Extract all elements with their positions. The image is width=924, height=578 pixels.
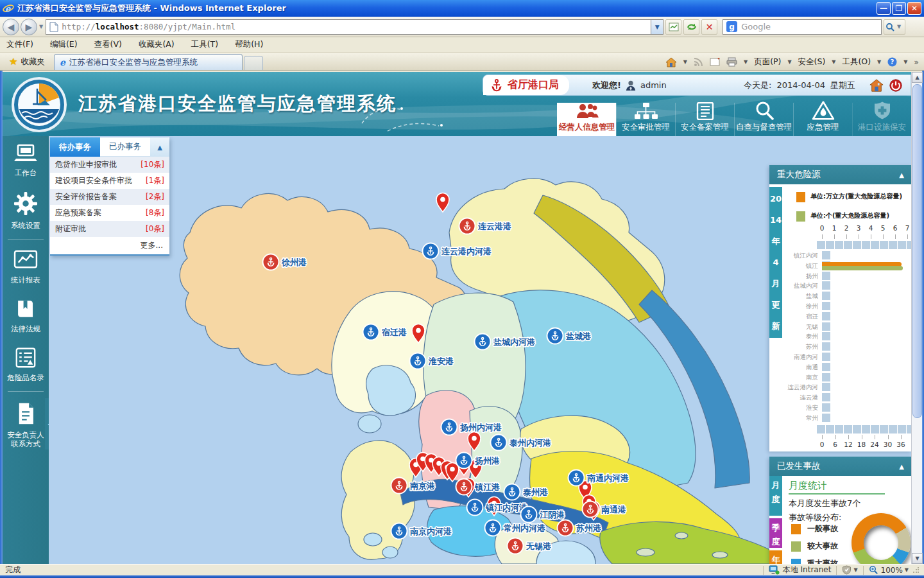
task-row[interactable]: 危货作业申报审批[10条]: [50, 157, 169, 173]
svg-text:?: ?: [891, 58, 894, 66]
history-dropdown-icon[interactable]: ▼: [39, 24, 43, 30]
command-tools[interactable]: 工具(O): [842, 57, 871, 67]
overflow-chevron-icon[interactable]: »: [914, 57, 919, 67]
port-label: 无锡港: [526, 541, 551, 551]
command-page[interactable]: 页面(P): [754, 57, 781, 67]
nav-sitemap[interactable]: 安全审批管理: [616, 103, 675, 137]
status-zone: 本地 Intranet: [783, 565, 832, 575]
accident-legend-item: 重大事故: [791, 558, 838, 564]
stop-button[interactable]: ✕: [701, 19, 717, 35]
sidebar-item-chart[interactable]: 统计报表: [3, 242, 49, 291]
url-dropdown-button[interactable]: ▼: [651, 19, 663, 35]
sidebar-item-contact[interactable]: 安全负责人联系方式: [3, 394, 49, 455]
hazard-chart: 2014年4月更新 单位:万立方(重大危险源总容量) 单位:个(重大危险源总容量…: [769, 184, 912, 451]
window-title: 江苏省港口安全监管与应急管理系统 - Windows Internet Expl…: [17, 3, 286, 14]
favorites-button[interactable]: ★ 收藏夹: [3, 54, 51, 69]
accident-panel-title: 已发生事故: [777, 460, 821, 472]
command-bar: ▼ ▼ 页面(P)▼ 安全(S)▼ 工具(O)▼ ?▼ »: [665, 57, 924, 70]
nav-magnifier[interactable]: 自查与督查管理: [734, 103, 793, 137]
hazard-collapse-icon[interactable]: ▲: [899, 171, 904, 179]
tasks-more-link[interactable]: 更多...: [50, 237, 169, 254]
accident-legend-item: 一般事故: [791, 523, 838, 534]
forward-button[interactable]: ▶: [21, 19, 37, 35]
tasks-collapse-icon[interactable]: ▲: [150, 137, 169, 157]
search-input[interactable]: g Google: [723, 19, 882, 35]
menu-item-4[interactable]: 工具(T): [191, 39, 218, 50]
hazard-panel-title: 重大危险源: [777, 169, 821, 180]
accident-heading-underline: [789, 493, 885, 495]
axis-tick-label: 0: [816, 441, 828, 448]
tasks-panel: 待办事务 已办事务 ▲ 危货作业申报审批[10条]建设项目安全条件审批[1条]安…: [50, 137, 169, 256]
protected-mode-icon[interactable]: [842, 565, 851, 575]
close-button[interactable]: ✕: [907, 2, 921, 15]
rss-icon[interactable]: [694, 57, 703, 67]
axis-tick-label: 0: [816, 224, 828, 232]
menu-item-1[interactable]: 编辑(E): [50, 39, 78, 50]
logout-icon[interactable]: [889, 78, 903, 92]
sidebar-item-gear[interactable]: 系统设置: [3, 184, 49, 236]
command-safety[interactable]: 安全(S): [798, 57, 826, 67]
hazard-category-label: 南京: [772, 374, 818, 382]
accident-tab-2[interactable]: 年度: [769, 550, 782, 564]
print-icon[interactable]: [726, 57, 737, 67]
sidebar-item-list[interactable]: 危险品名录: [3, 340, 49, 389]
mail-icon[interactable]: [710, 58, 720, 66]
page-scrollbar[interactable]: ▲ ▼: [911, 72, 922, 564]
task-row[interactable]: 建设项目安全条件审批[1条]: [50, 173, 169, 189]
accident-tab-1[interactable]: 季度: [769, 518, 782, 548]
nav-document[interactable]: 安全备案管理: [675, 103, 734, 137]
port-label: 泰州港: [522, 487, 548, 497]
minimize-button[interactable]: —: [877, 2, 891, 15]
sidebar-item-laptop[interactable]: 工作台: [3, 136, 49, 184]
menu-item-5[interactable]: 帮助(H): [235, 39, 263, 50]
menu-item-0[interactable]: 文件(F): [6, 39, 33, 50]
menu-item-3[interactable]: 收藏夹(A): [139, 39, 175, 50]
hazard-category-label: 徐州: [772, 302, 818, 311]
accident-collapse-icon[interactable]: ▲: [899, 463, 904, 470]
new-tab-stub[interactable]: [244, 56, 263, 70]
home-shortcut-icon[interactable]: [869, 78, 884, 92]
zoom-level[interactable]: 100%: [881, 566, 903, 575]
back-button[interactable]: ◀: [3, 19, 19, 35]
document-icon: [696, 102, 715, 120]
tab-done-tasks[interactable]: 已办事务: [100, 137, 150, 157]
nav-emergency[interactable]: 应急管理: [793, 103, 852, 137]
status-text: 完成: [5, 565, 21, 575]
task-row[interactable]: 应急预案备案[8条]: [50, 205, 169, 221]
tab-pending-tasks[interactable]: 待办事务: [50, 137, 100, 157]
hazard-category-label: 泰州: [772, 333, 818, 341]
sidebar-item-book[interactable]: 法律法规: [3, 291, 49, 340]
browser-tab[interactable]: e 江苏省港口安全监管与应急管理系统: [54, 54, 243, 70]
search-button[interactable]: ▼: [884, 19, 905, 35]
task-count: [0条]: [146, 223, 164, 234]
task-row[interactable]: 安全评价报告备案[2条]: [50, 189, 169, 205]
laptop-icon: [13, 144, 38, 166]
scroll-up-icon[interactable]: ▲: [912, 72, 923, 83]
menu-item-2[interactable]: 查看(V): [94, 39, 122, 50]
accident-tab-0[interactable]: 月度: [769, 476, 782, 516]
task-row[interactable]: 附证审批[0条]: [50, 221, 169, 237]
zoom-icon[interactable]: [869, 565, 878, 575]
system-logo: [12, 77, 67, 132]
port-label: 宿迁港: [381, 328, 407, 337]
map-pin[interactable]: [436, 193, 449, 213]
url-field[interactable]: http://localhost:8080/yjpt/Main.html: [46, 19, 651, 35]
page-title: 江苏省港口安全监管与应急管理系统: [78, 91, 397, 117]
book-icon: [15, 299, 37, 322]
tab-bar: ★ 收藏夹 e 江苏省港口安全监管与应急管理系统 ▼ ▼ 页面(P)▼ 安全(S…: [0, 53, 924, 71]
nav-people[interactable]: 经营人信息管理: [557, 103, 616, 137]
axis-tick-label: 7: [901, 224, 912, 232]
menu-bar: 文件(F)编辑(E)查看(V)收藏夹(A)工具(T)帮助(H): [0, 37, 924, 53]
axis-tick-label: 6: [829, 441, 842, 448]
scroll-down-icon[interactable]: ▼: [912, 553, 923, 564]
home-icon[interactable]: [665, 57, 677, 67]
maximize-button[interactable]: ❐: [892, 2, 906, 15]
nav-shield: 港口设施保安: [852, 103, 911, 137]
help-icon[interactable]: ?: [887, 57, 897, 67]
scrollbar-thumb[interactable]: [912, 84, 922, 418]
task-count: [8条]: [146, 207, 164, 218]
title-bar: e 江苏省港口安全监管与应急管理系统 - Windows Internet Ex…: [0, 0, 924, 17]
refresh-button[interactable]: [683, 19, 699, 35]
compatibility-button[interactable]: [665, 19, 681, 35]
accident-heading: 月度统计: [789, 480, 827, 492]
